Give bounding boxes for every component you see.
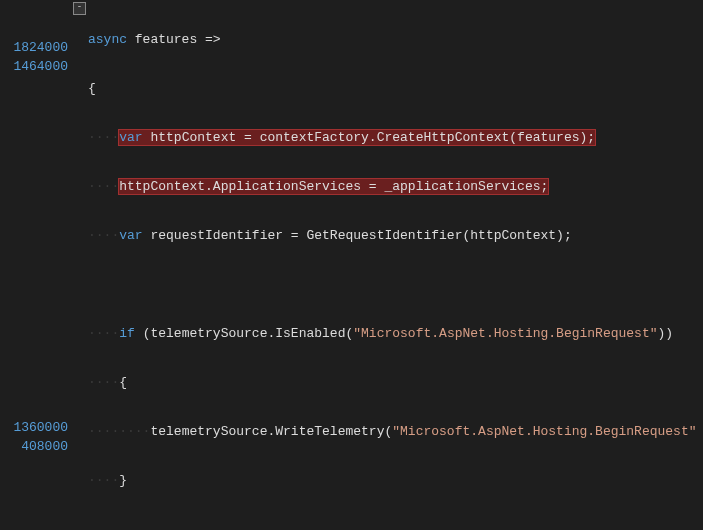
code-text: features => — [127, 32, 221, 47]
whitespace: ···· — [88, 473, 119, 488]
code-text: telemetrySource.WriteTelemetry( — [150, 424, 392, 439]
whitespace: ···· — [88, 326, 119, 341]
keyword-if: if — [119, 326, 135, 341]
whitespace: ···· — [88, 228, 119, 243]
highlighted-line: var httpContext = contextFactory.CreateH… — [119, 130, 595, 145]
whitespace: ···· — [88, 179, 119, 194]
code-text: (telemetrySource.IsEnabled( — [135, 326, 353, 341]
code-editor: 1824000 1464000 1360000 408000 - async f… — [0, 0, 703, 530]
brace: { — [88, 81, 96, 96]
string-literal: "Microsoft.AspNet.Hosting.BeginRequest" — [392, 424, 696, 439]
hit-count-3: 1360000 — [0, 418, 68, 437]
fold-gutter: - — [72, 0, 86, 530]
string-literal: "Microsoft.AspNet.Hosting.BeginRequest" — [353, 326, 657, 341]
whitespace: ···· — [88, 375, 119, 390]
whitespace: ···· — [88, 130, 119, 145]
fold-toggle-icon[interactable]: - — [73, 2, 86, 15]
keyword-async: async — [88, 32, 127, 47]
highlighted-line: httpContext.ApplicationServices = _appli… — [119, 179, 548, 194]
code-content[interactable]: async features => { ····var httpContext … — [86, 0, 703, 530]
keyword-var: var — [119, 228, 142, 243]
hit-count-1: 1824000 — [0, 38, 68, 57]
code-text: requestIdentifier = GetRequestIdentifier… — [143, 228, 572, 243]
profiler-gutter: 1824000 1464000 1360000 408000 — [0, 0, 72, 530]
hit-count-2: 1464000 — [0, 57, 68, 76]
whitespace: ········ — [88, 424, 150, 439]
hit-count-4: 408000 — [0, 437, 68, 456]
